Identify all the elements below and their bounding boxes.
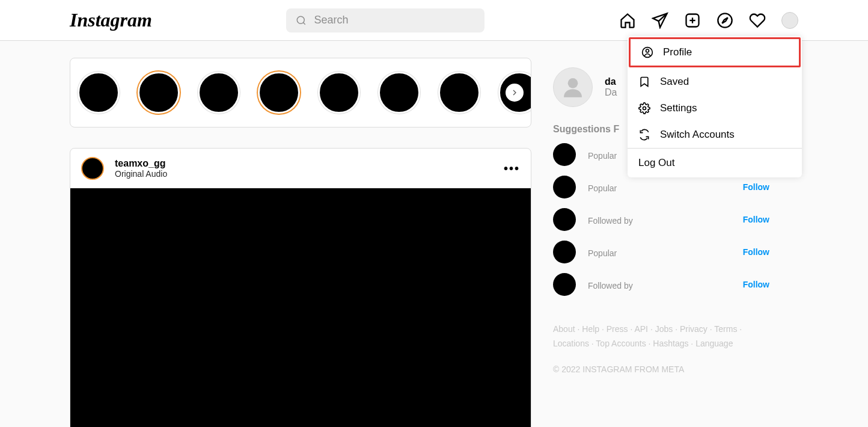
svg-point-10 bbox=[568, 78, 578, 88]
footer-link[interactable]: Locations bbox=[553, 339, 589, 348]
post-username[interactable]: teamxo_gg bbox=[115, 158, 167, 169]
story-item[interactable] bbox=[198, 72, 240, 114]
svg-marker-6 bbox=[722, 17, 727, 23]
gear-icon bbox=[638, 102, 650, 114]
follow-button[interactable]: Follow bbox=[743, 247, 769, 257]
dropdown-logout-label: Log Out bbox=[638, 157, 675, 169]
suggestion-avatar[interactable] bbox=[553, 273, 576, 296]
story-item[interactable] bbox=[378, 72, 420, 114]
sidebar-avatar[interactable] bbox=[553, 67, 593, 107]
footer-link[interactable]: API bbox=[634, 324, 648, 334]
footer-link[interactable]: Help bbox=[582, 324, 599, 334]
header: Instagram Search bbox=[0, 0, 868, 41]
suggestion-avatar[interactable] bbox=[553, 241, 576, 263]
feed-post: teamxo_gg Original Audio ••• bbox=[70, 148, 531, 427]
profile-avatar-icon[interactable] bbox=[781, 12, 798, 29]
person-icon bbox=[561, 75, 585, 99]
story-item[interactable] bbox=[438, 72, 480, 114]
dropdown-switch-label: Switch Accounts bbox=[660, 129, 735, 141]
suggestion-info: Followed by bbox=[588, 281, 633, 290]
dropdown-settings-label: Settings bbox=[660, 102, 697, 114]
main-column: teamxo_gg Original Audio ••• bbox=[70, 58, 531, 427]
suggestion-avatar[interactable] bbox=[553, 176, 576, 198]
explore-icon[interactable] bbox=[717, 12, 733, 29]
nav-icons bbox=[619, 12, 798, 29]
search-icon bbox=[296, 15, 307, 26]
bookmark-icon bbox=[638, 76, 650, 88]
story-item[interactable] bbox=[138, 72, 180, 114]
sidebar-displayname: Da bbox=[605, 87, 617, 98]
stories-tray bbox=[70, 58, 531, 127]
footer-link[interactable]: Jobs bbox=[655, 324, 673, 334]
suggestion-info: Popular bbox=[588, 151, 617, 161]
svg-line-1 bbox=[304, 22, 305, 24]
suggestion-item: Popular Follow bbox=[553, 236, 769, 268]
instagram-logo[interactable]: Instagram bbox=[70, 9, 152, 31]
swap-icon bbox=[638, 129, 650, 141]
suggestion-info: Popular bbox=[588, 248, 617, 258]
dropdown-settings[interactable]: Settings bbox=[628, 95, 802, 121]
story-item[interactable] bbox=[78, 72, 120, 114]
post-media[interactable] bbox=[70, 188, 531, 427]
suggestion-info: Popular bbox=[588, 183, 617, 193]
dropdown-profile-label: Profile bbox=[663, 46, 692, 58]
dropdown-profile[interactable]: Profile bbox=[629, 37, 801, 67]
footer-links: About · Help · Press · API · Jobs · Priv… bbox=[553, 322, 769, 351]
footer-link[interactable]: Press bbox=[607, 324, 628, 334]
suggestion-avatar[interactable] bbox=[553, 208, 576, 231]
dropdown-saved-label: Saved bbox=[660, 76, 689, 88]
footer-copyright: © 2022 INSTAGRAM FROM META bbox=[553, 364, 769, 374]
story-item[interactable] bbox=[318, 72, 360, 114]
footer-link[interactable]: Language bbox=[695, 339, 733, 348]
svg-point-0 bbox=[298, 16, 305, 23]
footer-link[interactable]: About bbox=[553, 324, 575, 334]
footer-link[interactable]: Privacy bbox=[680, 324, 708, 334]
story-item[interactable] bbox=[258, 72, 300, 114]
svg-point-8 bbox=[646, 49, 649, 52]
sidebar-username[interactable]: da bbox=[605, 76, 617, 87]
search-placeholder: Search bbox=[314, 14, 348, 26]
suggestion-avatar[interactable] bbox=[553, 143, 576, 166]
new-post-icon[interactable] bbox=[684, 12, 701, 29]
dropdown-logout[interactable]: Log Out bbox=[628, 149, 802, 177]
dropdown-saved[interactable]: Saved bbox=[628, 69, 802, 95]
follow-button[interactable]: Follow bbox=[743, 215, 769, 224]
suggestion-item: Followed by Follow bbox=[553, 268, 769, 301]
footer-link[interactable]: Top Accounts bbox=[596, 339, 646, 348]
home-icon[interactable] bbox=[619, 12, 636, 29]
search-input[interactable]: Search bbox=[286, 8, 484, 32]
follow-button[interactable]: Follow bbox=[743, 280, 769, 289]
profile-icon bbox=[641, 46, 653, 58]
suggestion-item: Followed by Follow bbox=[553, 203, 769, 236]
footer-link[interactable]: Hashtags bbox=[653, 339, 688, 348]
post-avatar[interactable] bbox=[81, 157, 104, 180]
profile-dropdown: Profile Saved Settings Switch Accounts L… bbox=[628, 36, 802, 177]
post-more-button[interactable]: ••• bbox=[504, 162, 520, 176]
stories-next-button[interactable] bbox=[506, 84, 524, 102]
suggestion-info: Followed by bbox=[588, 216, 633, 226]
post-header: teamxo_gg Original Audio ••• bbox=[70, 149, 531, 188]
svg-point-5 bbox=[718, 13, 732, 27]
svg-point-9 bbox=[643, 107, 646, 110]
activity-icon[interactable] bbox=[749, 12, 766, 29]
footer-link[interactable]: Terms bbox=[714, 324, 737, 334]
messages-icon[interactable] bbox=[652, 12, 668, 29]
follow-button[interactable]: Follow bbox=[743, 182, 769, 192]
post-audio-label[interactable]: Original Audio bbox=[115, 169, 167, 179]
dropdown-switch[interactable]: Switch Accounts bbox=[628, 121, 802, 148]
chevron-right-icon bbox=[510, 88, 519, 97]
